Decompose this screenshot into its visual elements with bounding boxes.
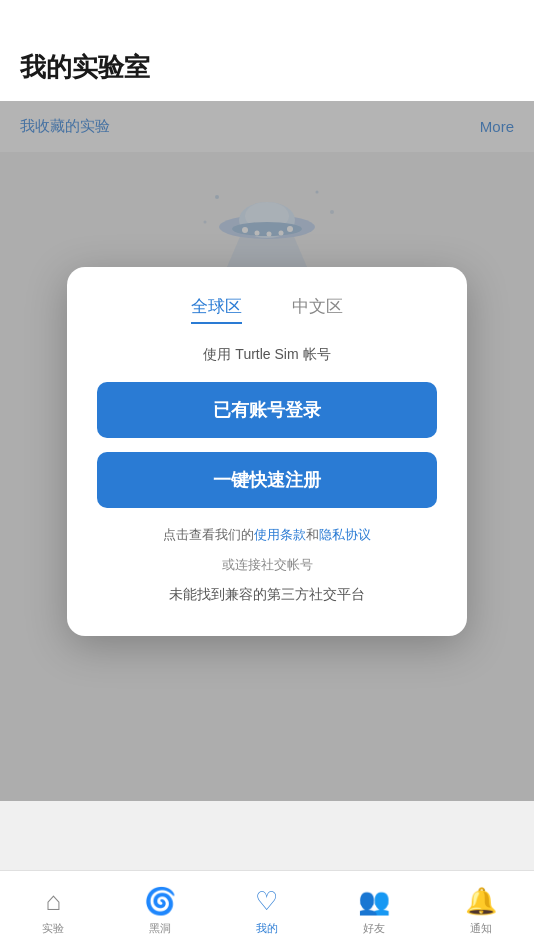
nav-item-mine[interactable]: ♡ 我的: [214, 886, 321, 936]
background-content: 我收藏的实验 More 浏览黑洞帖子: [0, 101, 534, 801]
region-tabs: 全球区 中文区: [97, 295, 437, 324]
terms-text: 点击查看我们的使用条款和隐私协议: [97, 526, 437, 544]
nav-label-friends: 好友: [363, 921, 385, 936]
social-divider: 或连接社交帐号: [97, 556, 437, 574]
nav-item-blackhole[interactable]: 🌀 黑洞: [107, 886, 214, 936]
tab-global[interactable]: 全球区: [191, 295, 242, 324]
modal-overlay: 全球区 中文区 使用 Turtle Sim 帐号 已有账号登录 一键快速注册 点…: [0, 101, 534, 801]
mine-icon: ♡: [255, 886, 278, 917]
tab-chinese[interactable]: 中文区: [292, 295, 343, 324]
terms-prefix: 点击查看我们的: [163, 527, 254, 542]
nav-label-experiment: 实验: [42, 921, 64, 936]
register-button[interactable]: 一键快速注册: [97, 452, 437, 508]
bottom-nav: ⌂ 实验 🌀 黑洞 ♡ 我的 👥 好友 🔔 通知: [0, 870, 534, 950]
page-title: 我的实验室: [20, 52, 150, 82]
nav-label-blackhole: 黑洞: [149, 921, 171, 936]
dialog-subtitle: 使用 Turtle Sim 帐号: [97, 346, 437, 364]
nav-item-experiment[interactable]: ⌂ 实验: [0, 886, 107, 936]
nav-item-friends[interactable]: 👥 好友: [320, 886, 427, 936]
nav-label-notify: 通知: [470, 921, 492, 936]
blackhole-icon: 🌀: [144, 886, 176, 917]
terms-link[interactable]: 使用条款: [254, 527, 306, 542]
header: 我的实验室: [0, 0, 534, 101]
privacy-link[interactable]: 隐私协议: [319, 527, 371, 542]
home-icon: ⌂: [46, 886, 62, 917]
social-none: 未能找到兼容的第三方社交平台: [97, 586, 437, 604]
nav-item-notify[interactable]: 🔔 通知: [427, 886, 534, 936]
friends-icon: 👥: [358, 886, 390, 917]
nav-label-mine: 我的: [256, 921, 278, 936]
terms-middle: 和: [306, 527, 319, 542]
login-button[interactable]: 已有账号登录: [97, 382, 437, 438]
login-dialog: 全球区 中文区 使用 Turtle Sim 帐号 已有账号登录 一键快速注册 点…: [67, 267, 467, 636]
notify-icon: 🔔: [465, 886, 497, 917]
